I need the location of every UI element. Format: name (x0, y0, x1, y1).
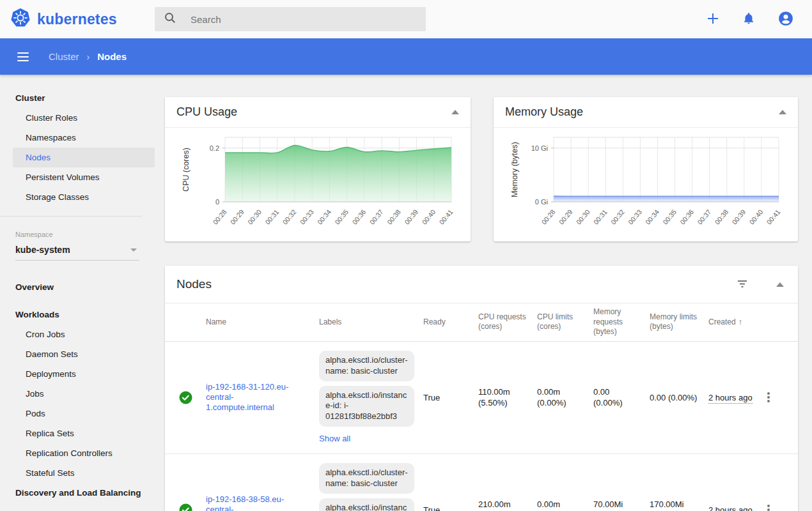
main-content: CPU Usage 00.2CPU (cores)00:2800:2900:30… (155, 75, 812, 511)
sidebar-item-nodes[interactable]: Nodes (13, 148, 155, 167)
node-name-link[interactable]: ip-192-168-31-120.eu-central-1.compute.i… (206, 382, 294, 413)
svg-text:00:30: 00:30 (246, 208, 263, 225)
created-cell: 2 hours ago (708, 505, 767, 511)
ready-cell: True (423, 505, 478, 511)
column-header-cpu-requests[interactable]: CPU requests (cores) (478, 309, 537, 336)
row-menu-icon[interactable] (767, 505, 770, 511)
search-bar[interactable] (155, 7, 426, 31)
memory-usage-title: Memory Usage (505, 105, 583, 119)
sidebar: Cluster Cluster Roles Namespaces Nodes P… (0, 75, 155, 511)
nodes-title: Nodes (176, 277, 212, 291)
notifications-button[interactable] (740, 10, 757, 29)
kubernetes-logo[interactable]: kubernetes (0, 8, 155, 31)
cpu-limits-cell: 0.00m (0.00%) (537, 499, 593, 511)
label-chip: alpha.eksctl.io/instance-id: i-01281f3bf… (319, 386, 414, 427)
collapse-icon[interactable] (451, 110, 459, 114)
nodes-card: Nodes Name Labels Ready CPU requests (co… (165, 266, 798, 511)
column-header-name[interactable]: Name (206, 314, 319, 332)
sidebar-item-cluster-roles[interactable]: Cluster Roles (0, 108, 155, 128)
account-button[interactable] (776, 9, 795, 30)
breadcrumb-parent[interactable]: Cluster (49, 51, 79, 62)
show-all-link[interactable]: Show all (319, 433, 350, 445)
svg-text:00:36: 00:36 (350, 208, 367, 225)
svg-text:00:37: 00:37 (368, 208, 385, 225)
label-chip: alpha.eksctl.io/instance-id: i-035193e3f… (319, 498, 414, 511)
cpu-usage-card: CPU Usage 00.2CPU (cores)00:2800:2900:30… (165, 97, 471, 241)
search-input[interactable] (191, 14, 402, 25)
sidebar-item-storage-classes[interactable]: Storage Classes (0, 187, 155, 207)
svg-text:00:38: 00:38 (386, 208, 402, 225)
column-header-memory-limits[interactable]: Memory limits (bytes) (650, 309, 708, 336)
svg-text:Memory (bytes): Memory (bytes) (510, 142, 519, 197)
svg-text:00:31: 00:31 (592, 208, 609, 225)
namespace-value: kube-system (15, 245, 70, 255)
row-menu-icon[interactable] (767, 392, 770, 402)
sidebar-item-cron-jobs[interactable]: Cron Jobs (0, 324, 155, 344)
column-header-memory-requests[interactable]: Memory requests (bytes) (593, 303, 650, 341)
cpu-requests-cell: 110.00m (5.50%) (478, 386, 537, 409)
svg-text:00:35: 00:35 (661, 208, 678, 225)
svg-text:00:40: 00:40 (747, 208, 764, 225)
collapse-icon[interactable] (779, 110, 786, 114)
sort-ascending-icon: ↑ (738, 317, 743, 326)
breadcrumb-bar: Cluster › Nodes (0, 38, 812, 75)
svg-text:0.2: 0.2 (210, 144, 219, 152)
sidebar-item-discovery[interactable]: Discovery and Load Balancing (0, 483, 155, 503)
kubernetes-logo-icon (10, 8, 31, 31)
svg-text:0 Gi: 0 Gi (535, 198, 548, 206)
sidebar-item-persistent-volumes[interactable]: Persistent Volumes (0, 167, 155, 187)
sidebar-item-workloads[interactable]: Workloads (0, 305, 155, 324)
sidebar-item-overview[interactable]: Overview (0, 277, 155, 297)
create-resource-button[interactable] (705, 10, 721, 29)
cpu-limits-cell: 0.00m (0.00%) (537, 386, 593, 409)
add-icon (706, 11, 720, 27)
memory-limits-cell: 170.00Mi (8.67%) (650, 499, 708, 511)
label-chip: alpha.eksctl.io/cluster-name: basic-clus… (319, 351, 414, 381)
sidebar-item-deployments[interactable]: Deployments (0, 364, 155, 384)
svg-text:00:37: 00:37 (696, 208, 712, 225)
svg-text:00:28: 00:28 (211, 208, 228, 225)
column-header-cpu-limits[interactable]: CPU limits (cores) (537, 309, 593, 336)
search-icon (164, 11, 176, 27)
sidebar-item-pods[interactable]: Pods (0, 404, 155, 423)
cpu-requests-cell: 210.00m (10.50%) (478, 499, 537, 511)
svg-text:00:34: 00:34 (316, 208, 332, 225)
column-header-labels[interactable]: Labels (319, 314, 423, 332)
svg-text:00:34: 00:34 (644, 208, 660, 225)
ready-cell: True (423, 392, 478, 404)
namespace-select[interactable]: kube-system (15, 245, 139, 261)
header-actions (705, 9, 812, 30)
svg-text:00:32: 00:32 (609, 208, 626, 225)
menu-icon[interactable] (10, 44, 36, 70)
sidebar-item-cluster[interactable]: Cluster (0, 88, 155, 108)
table-row: ip-192-168-31-120.eu-central-1.compute.i… (165, 342, 798, 454)
account-icon (777, 10, 794, 29)
column-header-ready[interactable]: Ready (423, 314, 478, 332)
sidebar-item-replication-controllers[interactable]: Replication Controllers (0, 443, 155, 463)
svg-text:00:39: 00:39 (403, 208, 419, 225)
filter-button[interactable] (735, 277, 749, 293)
svg-text:10 Gi: 10 Gi (531, 144, 548, 152)
svg-text:00:36: 00:36 (678, 208, 695, 225)
memory-usage-chart: 0 Gi10 GiMemory (bytes)00:2800:2900:3000… (494, 128, 798, 241)
memory-usage-card: Memory Usage 0 Gi10 GiMemory (bytes)00:2… (494, 97, 798, 241)
sidebar-item-daemon-sets[interactable]: Daemon Sets (0, 344, 155, 364)
sidebar-item-jobs[interactable]: Jobs (0, 384, 155, 404)
namespace-label: Namespace (0, 217, 155, 238)
column-header-created[interactable]: Created↑ (708, 313, 767, 332)
sidebar-item-replica-sets[interactable]: Replica Sets (0, 423, 155, 443)
svg-text:00:30: 00:30 (575, 208, 591, 225)
app-title: kubernetes (37, 11, 117, 28)
svg-text:0: 0 (215, 198, 219, 206)
svg-text:00:33: 00:33 (627, 208, 643, 225)
sidebar-item-stateful-sets[interactable]: Stateful Sets (0, 463, 155, 483)
breadcrumb-current: Nodes (97, 51, 127, 62)
breadcrumb: Cluster › Nodes (49, 51, 127, 62)
created-cell: 2 hours ago (708, 392, 767, 404)
memory-requests-cell: 70.00Mi (3.57%) (593, 499, 650, 511)
sidebar-item-namespaces[interactable]: Namespaces (0, 128, 155, 148)
svg-text:00:32: 00:32 (281, 208, 297, 225)
node-name-link[interactable]: ip-192-168-38-58.eu-central-1.compute.in… (206, 494, 294, 511)
svg-text:00:41: 00:41 (765, 208, 781, 225)
collapse-icon[interactable] (776, 282, 784, 287)
